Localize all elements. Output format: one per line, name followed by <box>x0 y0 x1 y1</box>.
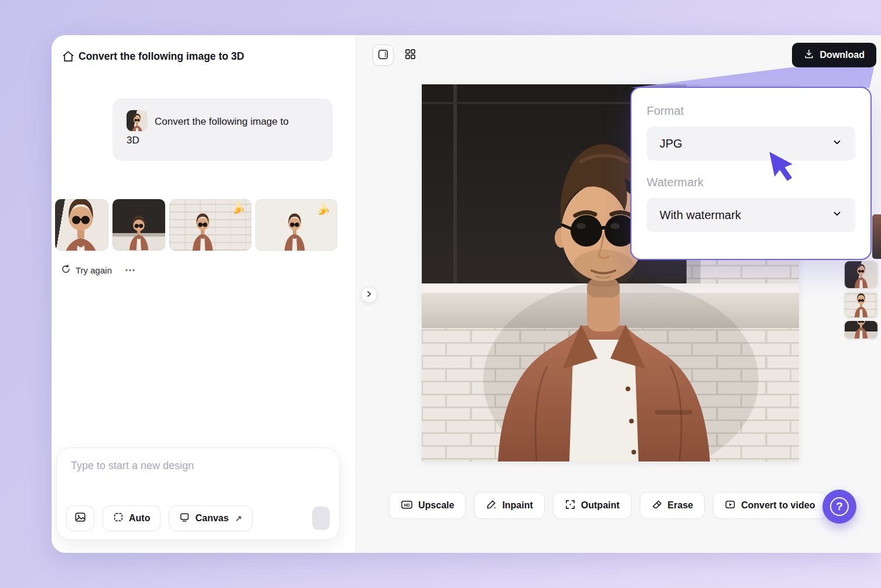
send-button[interactable] <box>312 507 330 530</box>
prompt-input[interactable] <box>71 460 325 495</box>
download-button[interactable]: Download <box>792 43 876 67</box>
page: Convert the following image to 3D Conver… <box>0 0 881 588</box>
message-attachment-thumbnail <box>127 110 148 131</box>
user-message-bubble: Convert the following image to 3D <box>112 98 333 161</box>
watermark-section: Watermark With watermark <box>647 176 855 232</box>
popup-beam <box>630 67 874 88</box>
grid-view-icon <box>404 48 416 62</box>
outpaint-label: Outpaint <box>581 500 620 511</box>
chevron-right-icon <box>366 290 373 299</box>
banana-emoji: 🍌 <box>316 203 330 214</box>
convert-to-video-button[interactable]: Convert to video <box>713 492 827 519</box>
help-button[interactable]: ? <box>822 490 856 524</box>
format-label: Format <box>647 104 855 118</box>
video-icon <box>725 499 736 512</box>
canvas-icon <box>179 512 190 525</box>
chevron-down-icon <box>832 137 842 151</box>
history-image-3 <box>849 321 873 339</box>
result-image-2 <box>122 210 156 251</box>
prompt-composer: Auto Canvas ↗ <box>56 447 340 540</box>
auto-select-icon <box>113 512 124 525</box>
download-icon <box>804 49 814 61</box>
user-message-text: Convert the following image to 3D <box>127 116 289 146</box>
canvas-panel: Format JPG Watermark With watermark <box>356 35 881 553</box>
user-message: Convert the following image to 3D <box>127 110 289 149</box>
canvas-mode-button[interactable]: Canvas ↗ <box>169 505 252 531</box>
question-mark-icon: ? <box>830 497 849 516</box>
auto-label: Auto <box>129 513 150 524</box>
format-select[interactable]: JPG <box>647 127 855 160</box>
result-thumbnail-2[interactable] <box>112 199 165 251</box>
history-thumbnail-partial[interactable] <box>872 214 881 259</box>
result-thumbnails: 🍌 🍌 <box>55 199 337 251</box>
svg-text:HD: HD <box>404 503 410 507</box>
convert-to-video-label: Convert to video <box>741 500 815 511</box>
page-title: Convert the following image to 3D <box>78 50 244 63</box>
composer-toolbar: Auto Canvas ↗ <box>66 505 330 531</box>
history-image-2 <box>849 292 873 317</box>
upscale-label: Upscale <box>418 500 454 511</box>
home-button[interactable] <box>56 46 80 69</box>
hd-icon: HD <box>401 498 413 513</box>
app-window: Convert the following image to 3D Conver… <box>52 35 881 553</box>
eraser-icon <box>651 499 663 512</box>
collapse-panel-button[interactable] <box>361 286 377 303</box>
upscale-button[interactable]: HD Upscale <box>389 492 466 519</box>
chevron-down-icon <box>832 208 842 222</box>
result-thumbnail-4[interactable]: 🍌 <box>255 199 337 251</box>
refresh-icon <box>61 264 71 276</box>
result-thumbnail-3[interactable]: 🍌 <box>169 199 251 251</box>
single-view-icon <box>377 49 389 62</box>
watermark-label: Watermark <box>647 176 855 189</box>
image-actions-toolbar: HD Upscale Inpaint <box>389 492 827 519</box>
download-label: Download <box>820 50 865 60</box>
auto-mode-button[interactable]: Auto <box>103 505 161 531</box>
outpaint-button[interactable]: Outpaint <box>553 492 631 519</box>
export-options-popup: Format JPG Watermark With watermark <box>630 87 872 260</box>
expand-icon <box>565 499 576 512</box>
home-icon <box>62 50 75 65</box>
format-section: Format JPG <box>647 104 855 160</box>
result-actions: Try again ⋯ <box>61 264 136 276</box>
inpaint-label: Inpaint <box>502 500 532 511</box>
result-image-3 <box>185 207 221 251</box>
canvas-label: Canvas <box>195 513 228 524</box>
history-image-1 <box>849 261 873 288</box>
grid-view-button[interactable] <box>399 45 421 66</box>
image-icon <box>74 511 86 525</box>
format-value: JPG <box>660 137 682 151</box>
chat-panel: Convert the following image to 3D Conver… <box>52 35 356 553</box>
add-image-button[interactable] <box>66 505 94 531</box>
watermark-select[interactable]: With watermark <box>647 198 855 232</box>
banana-emoji: 🍌 <box>231 202 245 213</box>
open-external-icon: ↗ <box>235 514 242 523</box>
try-again-button[interactable]: Try again <box>61 264 112 276</box>
more-options-button[interactable]: ⋯ <box>125 264 136 276</box>
brush-icon <box>486 499 497 512</box>
result-image-4 <box>276 207 313 251</box>
result-thumbnail-1[interactable] <box>55 199 108 251</box>
inpaint-button[interactable]: Inpaint <box>474 492 544 519</box>
history-thumbnail-1[interactable] <box>845 261 877 288</box>
ellipsis-icon: ⋯ <box>125 264 136 276</box>
result-image-1 <box>55 199 108 251</box>
history-thumbnail-2[interactable] <box>845 292 877 317</box>
try-again-label: Try again <box>76 265 112 275</box>
erase-button[interactable]: Erase <box>640 492 705 519</box>
history-thumbnail-3[interactable] <box>845 321 877 339</box>
single-view-button[interactable] <box>373 45 394 66</box>
erase-label: Erase <box>668 500 694 511</box>
watermark-value: With watermark <box>660 208 741 222</box>
